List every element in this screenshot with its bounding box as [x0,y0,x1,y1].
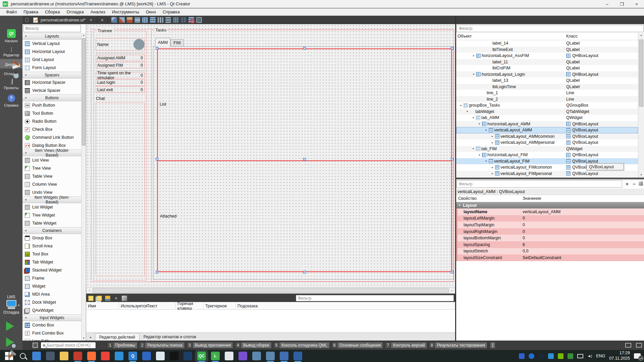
output-pane-консоль-отладчика-qml[interactable]: 5 Консоль отладчика QML [273,342,330,349]
widget-font-combo-box[interactable]: f Font Combo Box [22,329,82,337]
widget-combo-box[interactable]: ▾ Combo Box [22,321,82,329]
separator-line[interactable] [96,53,145,54]
remove-property-button[interactable]: − [631,181,637,187]
document-dropdown-icon[interactable]: ▾ [90,18,92,22]
taskbar-pc-settings-icon[interactable] [280,352,288,360]
chat-label[interactable]: Chat [96,96,105,101]
field-row-assigned-fim[interactable]: Assigned FIM 0 [96,62,145,68]
layout-horizontal-icon[interactable] [142,17,148,23]
split-horizontal-icon[interactable] [158,17,163,23]
tree-row-tab-fim[interactable]: ▾tab_FIM QWidget [456,146,638,152]
taskbar-powershell-icon[interactable] [183,352,192,360]
taskbar-lms-app-icon[interactable]: L [211,352,220,360]
edit-widgets-icon[interactable] [111,17,117,23]
menu-анализ[interactable]: Анализ [87,9,109,15]
property-value[interactable]: 0 [521,222,644,228]
taskbar-mail-app-icon[interactable] [142,352,151,360]
mode-дизайн[interactable]: Дизайн [0,59,22,68]
inspector-filter-input[interactable]: Фильтр [457,25,644,32]
action-filter-input[interactable]: Фильтр [296,295,454,301]
mode-редактор[interactable]: Редактор [0,45,22,59]
tree-row-tab-amm[interactable]: ▾tab_AMM QWidget [456,115,638,121]
layout-section-header[interactable]: ▾ Layout [456,202,644,208]
scroll-left-icon[interactable]: ‹ [87,288,92,293]
chevron-right-icon[interactable]: ▸ [490,166,494,169]
tree-row-horizontallayout-amm[interactable]: ▾horizontalLayout_AMM QHBoxLayout [456,121,638,127]
chevron-down-icon[interactable]: ▾ [471,147,475,150]
mode-начало[interactable]: Qt Начало [0,27,22,45]
tree-row-tabwidget[interactable]: ▾tabWidget QTabWidget [456,109,638,115]
copy-action-icon[interactable] [97,296,102,301]
tree-row-label-14[interactable]: label_14 QLabel [456,40,638,47]
menu-отладка[interactable]: Отладка [63,9,87,15]
configure-property-icon[interactable] [638,181,644,187]
action-table-body[interactable] [86,310,455,333]
widget-line-edit[interactable]: AB| Line Edit [22,337,82,341]
property-row-layoutleftmargin[interactable]: layoutLeftMargin 0 [456,215,644,222]
widget-horizontal-layout[interactable]: Horizontal Layout [22,48,82,56]
widget-horizontal-spacer[interactable]: Horizontal Spacer [22,78,82,86]
widget-check-box[interactable]: ✓ Check Box [22,125,82,133]
tree-row-lbltimeexit[interactable]: lblTimeExit QLabel [456,47,638,53]
field-row-assigned-amm[interactable]: Assigned AMM 0 [96,55,145,61]
mode-проекты[interactable]: Проекты [0,78,22,92]
tree-row-label-11[interactable]: label_11 QLabel [456,59,638,65]
output-pane-spinner[interactable]: ▲▼ [490,342,495,349]
chevron-down-icon[interactable]: ▾ [456,204,463,207]
category-item-widgets-item-based[interactable]: ▾ Item Widgets (Item-Based) [22,196,82,203]
taskbar-panel-app-icon[interactable] [293,352,302,360]
tab-редактор-сигналов-и-слотов[interactable]: Редактор сигналов и слотов [140,333,200,341]
widget-tree-view[interactable]: Tree View [22,164,82,172]
property-value[interactable]: 0,0 [521,248,644,255]
tree-row-lbllogintime[interactable]: lblLoginTime QLabel [456,84,638,90]
tree-row-groupbox-tasks[interactable]: ▾groupBox_Tasks QGroupBox [456,102,638,109]
taskbar-osu-app-icon[interactable] [238,352,247,360]
chevron-right-icon[interactable]: ▸ [490,135,494,138]
tree-row-horizontallayout-assfim[interactable]: ▾horizontalLayout_AssFIM QHBoxLayout [456,53,638,59]
adjust-size-icon[interactable] [196,17,202,23]
tree-row-verticallayout-fimpersonal[interactable]: ▸verticalLayout_FIMpersonal QVBoxLayout [456,171,638,177]
tab-редактор-действий[interactable]: Редактор действий [95,333,140,341]
layout-vertical-icon[interactable] [150,17,156,23]
output-pane-проблемы[interactable]: 1 Проблемы [107,342,138,349]
taskbar-dbeaver-icon[interactable] [225,352,233,360]
category-buttons[interactable]: ▾ Buttons [22,95,82,101]
menu-окно[interactable]: Окно [143,9,159,15]
close-document-icon[interactable]: × [101,17,104,23]
name-label[interactable]: Name [97,42,108,47]
scroll-down-icon[interactable]: ▾ [82,336,86,341]
inspector-scrollbar[interactable]: ▴ ▾ [638,33,644,177]
property-value[interactable]: 0 [521,235,644,241]
tree-row-verticallayout-ammcommon[interactable]: ▸verticalLayout_AMMcommon QVBoxLayout [456,133,638,140]
locator-search[interactable]: Быстрый поиск (Ctrl+K) [41,342,96,349]
delete-action-icon[interactable]: × [113,296,119,301]
maximize-button[interactable]: ❒ [614,0,629,8]
document-selector[interactable]: personalcardtrainee.ui* [41,17,86,22]
tray-shield-icon[interactable] [519,353,525,359]
taskbar-calculator-icon[interactable] [46,352,55,360]
selection-handle[interactable] [156,47,158,50]
taskbar-firefox-icon[interactable] [87,352,96,360]
chevron-right-icon[interactable]: ▸ [490,141,494,144]
toggle-right-sidebar-icon[interactable] [636,343,642,348]
tree-row-label-13[interactable]: label_13 QLabel [456,77,638,84]
close-button[interactable]: × [629,0,644,8]
chevron-down-icon[interactable]: ▾ [484,160,488,163]
widget-dock-widget[interactable]: Dock Widget [22,298,82,306]
run-button[interactable] [6,321,14,331]
mode-справка[interactable]: ? Справка [0,92,22,109]
form-editor-canvas[interactable]: Trainee Name Assigned AMM 0 Assigned FIM… [86,24,455,287]
edit-tab-order-icon[interactable]: 123 [135,17,140,23]
category-layouts[interactable]: ▾ Layouts [22,33,82,40]
output-pane-вывод-сборки[interactable]: 4 Вывод сборки [235,342,271,349]
chevron-down-icon[interactable]: ▾ [477,154,481,157]
output-pane-вывод-приложения[interactable]: 3 Вывод приложения [186,342,233,349]
configure-actions-icon[interactable] [122,296,127,301]
notifications-icon[interactable]: 14 [634,353,641,359]
widget-column-view[interactable]: Column View [22,180,82,188]
trainee-group-title[interactable]: Trainee [97,28,113,33]
property-row-layoutname[interactable]: layoutName verticalLayout_AMM [456,208,644,215]
field-row-last-login[interactable]: Last login 0 [96,79,145,86]
taskbar-cmd-icon[interactable] [170,352,178,360]
taskbar-q-app-icon[interactable]: Q [128,352,137,360]
